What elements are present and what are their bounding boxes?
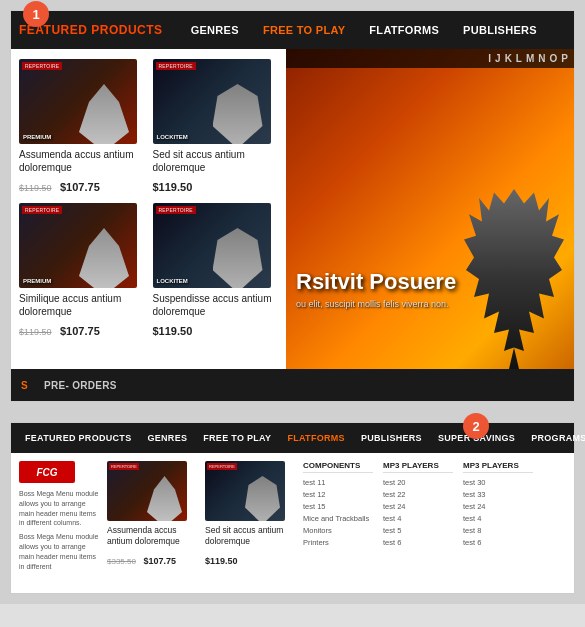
cover-label-1: REPERTOIRE bbox=[22, 62, 62, 70]
cover-title-1: PREMIUM bbox=[23, 134, 51, 140]
alpha-I[interactable]: I bbox=[488, 53, 491, 64]
s2-cover-figure-1 bbox=[147, 476, 182, 521]
product-name-2: Sed sit accus antium doloremque bbox=[153, 148, 279, 174]
product-image-4: REPERTOIRE LOCKITEM bbox=[153, 203, 271, 288]
col-item-n3[interactable]: test 24 bbox=[463, 501, 533, 513]
s2-product-2[interactable]: REPERTOIRE Sed sit accus antium doloremq… bbox=[205, 461, 295, 585]
s2-new-price-1: $107.75 bbox=[143, 556, 176, 566]
cover-figure-1 bbox=[79, 84, 129, 144]
alpha-M[interactable]: M bbox=[526, 53, 534, 64]
col-item-c1[interactable]: test 11 bbox=[303, 477, 373, 489]
hero-image bbox=[286, 49, 574, 369]
alpha-P[interactable]: P bbox=[561, 53, 568, 64]
columns-block: COMPONENTS test 11 test 12 test 15 Mice … bbox=[303, 461, 566, 585]
product-single-price-2: $119.50 bbox=[153, 181, 193, 193]
col-item-c2[interactable]: test 12 bbox=[303, 489, 373, 501]
alpha-L[interactable]: L bbox=[516, 53, 522, 64]
badge-1: 1 bbox=[23, 1, 49, 27]
nav-bar-1: FEATURED PRODUCTS GENRES FREE TO PLAY FL… bbox=[11, 11, 574, 49]
nav-item-publishers[interactable]: PUBLISHERS bbox=[451, 24, 549, 36]
product-card-2[interactable]: REPERTOIRE LOCKITEM Sed sit accus antium… bbox=[153, 59, 279, 195]
alphabet-bar: I J K L M N O P bbox=[286, 49, 574, 68]
col-item-m5[interactable]: test 5 bbox=[383, 525, 453, 537]
product-pricing-4: $119.50 bbox=[153, 321, 279, 339]
s2-body: FCG Boss Mega Menu module allows you to … bbox=[11, 453, 574, 593]
s2-products-row: REPERTOIRE Assumenda accus antium dolore… bbox=[107, 461, 295, 585]
nav2-genres[interactable]: GENRES bbox=[139, 433, 195, 443]
product-image-3: REPERTOIRE PREMIUM bbox=[19, 203, 137, 288]
cover-figure-2 bbox=[213, 84, 263, 144]
s2-product-image-1: REPERTOIRE bbox=[107, 461, 187, 521]
cover-label-2: REPERTOIRE bbox=[156, 62, 196, 70]
col-item-n4[interactable]: test 4 bbox=[463, 513, 533, 525]
badge-2: 2 bbox=[463, 413, 489, 439]
product-name-4: Suspendisse accus antium doloremque bbox=[153, 292, 279, 318]
product-pricing-1: $119.50 $107.75 bbox=[19, 177, 145, 195]
nav-item-genres[interactable]: GENRES bbox=[179, 24, 251, 36]
product-card-1[interactable]: REPERTOIRE PREMIUM Assumenda accus antiu… bbox=[19, 59, 145, 195]
product-single-price-4: $119.50 bbox=[153, 325, 193, 337]
s2-product-image-2: REPERTOIRE bbox=[205, 461, 285, 521]
product-new-price-3: $107.75 bbox=[60, 325, 100, 337]
s2-pricing-2: $119.50 bbox=[205, 550, 295, 568]
product-image-1: REPERTOIRE PREMIUM bbox=[19, 59, 137, 144]
alpha-N[interactable]: N bbox=[538, 53, 545, 64]
col-title-mp3-2: MP3 PLAYERS bbox=[463, 461, 533, 473]
logo-desc-1: Boss Mega Menu module allows you to arra… bbox=[19, 489, 99, 528]
s2-product-1[interactable]: REPERTOIRE Assumenda accus antium dolore… bbox=[107, 461, 197, 585]
products-grid: REPERTOIRE PREMIUM Assumenda accus antiu… bbox=[19, 59, 278, 339]
col-item-c4[interactable]: Mice and Trackballs bbox=[303, 513, 373, 525]
cover-title-4: LOCKITEM bbox=[157, 278, 188, 284]
nav-bar-2: FEATURED PRODUCTS GENRES FREE TO PLAY FL… bbox=[11, 423, 574, 453]
cover-figure-3 bbox=[79, 228, 129, 288]
bottom-link-preorders[interactable]: PRE- ORDERS bbox=[44, 380, 117, 391]
cover-figure-4 bbox=[213, 228, 263, 288]
nav2-featured[interactable]: FEATURED PRODUCTS bbox=[17, 433, 139, 443]
product-card-4[interactable]: REPERTOIRE LOCKITEM Suspendisse accus an… bbox=[153, 203, 279, 339]
col-item-n2[interactable]: test 33 bbox=[463, 489, 533, 501]
nav2-publishers[interactable]: PUBLISHERS bbox=[353, 433, 430, 443]
col-item-m4[interactable]: test 4 bbox=[383, 513, 453, 525]
nav2-programs[interactable]: PROGRAMS bbox=[523, 433, 585, 443]
logo-block: FCG Boss Mega Menu module allows you to … bbox=[19, 461, 99, 585]
col-item-c5[interactable]: Monitors bbox=[303, 525, 373, 537]
col-item-n1[interactable]: test 30 bbox=[463, 477, 533, 489]
logo-text: FCG bbox=[36, 467, 57, 478]
product-name-3: Similique accus antium doloremque bbox=[19, 292, 145, 318]
col-item-c6[interactable]: Printers bbox=[303, 537, 373, 549]
nav-items-1: GENRES FREE TO PLAY FLATFORMS PUBLISHERS bbox=[179, 24, 549, 36]
hero-overlay: Rsitvit Posuere ou elit, suscipit mollis… bbox=[296, 269, 456, 309]
cover-title-2: LOCKITEM bbox=[157, 134, 188, 140]
nav2-flatforms[interactable]: FLATFORMS bbox=[279, 433, 353, 443]
col-item-m1[interactable]: test 20 bbox=[383, 477, 453, 489]
alpha-J[interactable]: J bbox=[495, 53, 501, 64]
hero-desc: ou elit, suscipit mollis felis viverra n… bbox=[296, 299, 456, 309]
nav-item-flatforms[interactable]: FLATFORMS bbox=[357, 24, 451, 36]
col-item-m2[interactable]: test 22 bbox=[383, 489, 453, 501]
col-item-c3[interactable]: test 15 bbox=[303, 501, 373, 513]
col-item-n6[interactable]: test 6 bbox=[463, 537, 533, 549]
nav-item-freetoplay[interactable]: FREE TO PLAY bbox=[251, 24, 357, 36]
col-title-components: COMPONENTS bbox=[303, 461, 373, 473]
col-item-m3[interactable]: test 24 bbox=[383, 501, 453, 513]
s2-pricing-1: $335.50 $107.75 bbox=[107, 550, 197, 568]
col-mp3-1: MP3 PLAYERS test 20 test 22 test 24 test… bbox=[383, 461, 453, 585]
alpha-K[interactable]: K bbox=[505, 53, 512, 64]
section2: 2 FEATURED PRODUCTS GENRES FREE TO PLAY … bbox=[10, 422, 575, 594]
bottom-bar-1: S PRE- ORDERS bbox=[11, 369, 574, 401]
s2-single-price-2: $119.50 bbox=[205, 556, 238, 566]
alpha-O[interactable]: O bbox=[550, 53, 558, 64]
product-image-2: REPERTOIRE LOCKITEM bbox=[153, 59, 271, 144]
bottom-link-s[interactable]: S bbox=[21, 380, 28, 391]
main-content-1: REPERTOIRE PREMIUM Assumenda accus antiu… bbox=[11, 49, 574, 369]
product-card-3[interactable]: REPERTOIRE PREMIUM Similique accus antiu… bbox=[19, 203, 145, 339]
s2-product-name-2: Sed sit accus antium doloremque bbox=[205, 525, 295, 547]
nav2-freetoplay[interactable]: FREE TO PLAY bbox=[195, 433, 279, 443]
logo-image: FCG bbox=[19, 461, 75, 483]
col-item-m6[interactable]: test 6 bbox=[383, 537, 453, 549]
cover-label-4: REPERTOIRE bbox=[156, 206, 196, 214]
s2-product-name-1: Assumenda accus antium doloremque bbox=[107, 525, 197, 547]
product-old-price-3: $119.50 bbox=[19, 327, 52, 337]
product-old-price-1: $119.50 bbox=[19, 183, 52, 193]
col-item-n5[interactable]: test 8 bbox=[463, 525, 533, 537]
